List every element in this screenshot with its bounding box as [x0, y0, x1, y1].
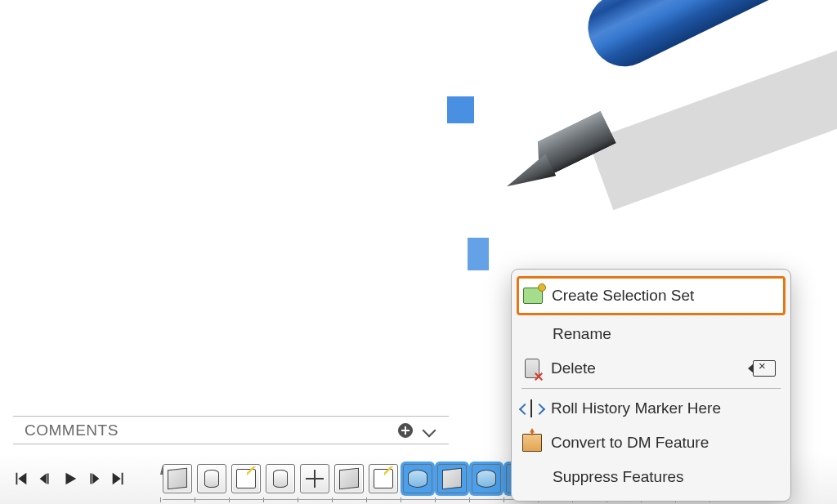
roll-history-icon: [521, 398, 543, 419]
sketch-icon: [236, 469, 256, 488]
feature-icon: [442, 467, 462, 489]
menu-rename[interactable]: Rename: [512, 317, 790, 351]
menu-item-label: Rename: [553, 325, 776, 343]
feature-icon: [168, 467, 187, 489]
revolve-icon: [408, 470, 427, 488]
convert-dm-icon: [521, 432, 543, 453]
comments-bar: COMMENTS: [13, 416, 449, 444]
model-3d: [486, 0, 837, 221]
menu-item-label: Roll History Marker Here: [551, 399, 776, 417]
selection-handle[interactable]: [447, 96, 474, 123]
menu-create-selection-set[interactable]: Create Selection Set: [517, 276, 786, 315]
extrude-icon: [204, 470, 219, 488]
timeline-feature-sketch-3[interactable]: [369, 464, 398, 493]
selection-handle[interactable]: [468, 238, 489, 270]
timeline-feature-sketch-1[interactable]: [163, 464, 192, 493]
timeline-feature-extrude-2[interactable]: [266, 464, 295, 493]
comments-label: COMMENTS: [25, 421, 119, 439]
menu-item-label: Suppress Features: [553, 468, 776, 486]
menu-roll-history-marker[interactable]: Roll History Marker Here: [512, 391, 790, 426]
menu-convert-dm-feature[interactable]: Convert to DM Feature: [512, 426, 790, 460]
extrude-icon: [273, 470, 288, 488]
revolve-icon: [477, 470, 496, 488]
timeline-feature-revolve-1[interactable]: [403, 464, 432, 493]
timeline-first-button[interactable]: [10, 466, 31, 491]
delete-shortcut-icon: [753, 360, 776, 377]
timeline-feature-extrude-1[interactable]: [197, 464, 226, 493]
menu-item-label: Delete: [551, 359, 745, 377]
timeline-feature-sketch-2[interactable]: [231, 464, 261, 493]
timeline-feature-move-1[interactable]: [300, 464, 329, 493]
expand-comments-icon[interactable]: [423, 423, 436, 437]
timeline-last-button[interactable]: [108, 466, 129, 491]
menu-item-label: Convert to DM Feature: [551, 434, 776, 452]
menu-suppress-features[interactable]: Suppress Features: [512, 460, 790, 494]
create-selection-set-icon: [522, 285, 544, 306]
sketch-icon: [374, 469, 393, 488]
timeline-nav-group: [10, 466, 129, 491]
timeline-play-button[interactable]: [59, 466, 80, 491]
feature-icon: [339, 467, 359, 489]
add-comment-icon[interactable]: [398, 423, 413, 438]
move-icon: [306, 470, 324, 488]
context-menu: Create Selection Set Rename Delete Roll …: [511, 269, 791, 502]
timeline-feature-fillet-1[interactable]: [334, 464, 364, 493]
menu-item-label: Create Selection Set: [552, 287, 775, 305]
menu-separator: [521, 388, 781, 389]
timeline-prev-button[interactable]: [34, 466, 56, 491]
menu-delete[interactable]: Delete: [512, 351, 790, 386]
timeline-next-button[interactable]: [83, 466, 105, 491]
delete-icon: [521, 358, 543, 379]
timeline-feature-fillet-3[interactable]: [472, 464, 501, 493]
timeline-feature-fillet-2[interactable]: [437, 464, 467, 493]
